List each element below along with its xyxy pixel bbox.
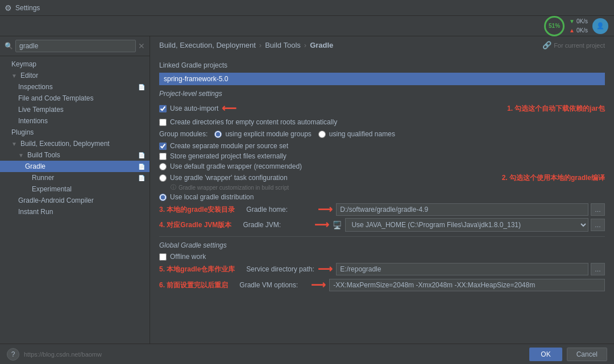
search-bar: 🔍 ✕ — [0, 36, 150, 56]
build-tools-label: Build Tools — [27, 151, 60, 159]
sidebar-item-inspections[interactable]: Inspections 📄 — [0, 81, 150, 93]
vm-options-label: Gradle VM options: — [239, 281, 308, 289]
group-modules-explicit-label: using explicit module groups — [214, 130, 311, 138]
store-generated-checkbox[interactable] — [159, 153, 167, 160]
net-up: 0K/s — [576, 27, 588, 35]
breadcrumb-sep2: › — [304, 41, 306, 49]
vm-options-arrow: ⟶ — [311, 280, 326, 290]
service-dir-outer: 5. 本地gradle仓库作业库 Service directory path:… — [159, 263, 605, 275]
help-button[interactable]: ? — [7, 348, 19, 361]
settings-content-scroll[interactable]: Linked Gradle projects spring-framework-… — [150, 55, 614, 344]
watermark: https://blog.csdn.net/baomw — [24, 351, 102, 358]
search-clear-icon[interactable]: ✕ — [138, 41, 145, 51]
breadcrumb-sep1: › — [259, 41, 262, 49]
jdk-icon: 🖥️ — [333, 221, 342, 229]
local-gradle-radio[interactable] — [159, 194, 167, 201]
sidebar-item-instant-run[interactable]: Instant Run — [0, 206, 150, 217]
search-icon: 🔍 — [5, 42, 13, 50]
sidebar-item-experimental[interactable]: Experimental — [0, 183, 150, 195]
gradle-jvm-label: Gradle JVM: — [243, 221, 311, 229]
gradle-jvm-row: Gradle JVM: ⟶ 🖥️ Use JAVA_HOME (C:\Progr… — [243, 218, 605, 232]
vm-options-input[interactable] — [329, 279, 605, 291]
gradle-home-arrow: ⟶ — [318, 204, 333, 215]
content-area: Build, Execution, Deployment › Build Too… — [150, 36, 614, 344]
linked-project-item[interactable]: spring-framework-5.0 — [159, 73, 605, 85]
service-dir-browse-btn[interactable]: … — [591, 263, 605, 275]
gradle-jvm-browse-btn[interactable]: … — [591, 219, 605, 231]
sidebar-item-build-tools[interactable]: ▼ Build Tools 📄 — [0, 149, 150, 161]
create-module-checkbox[interactable] — [159, 143, 167, 150]
sidebar-item-file-templates[interactable]: File and Code Templates — [0, 93, 150, 104]
wrapper-task-radio[interactable] — [159, 174, 167, 182]
breadcrumb: Build, Execution, Deployment › Build Too… — [150, 36, 614, 55]
editor-label: Editor — [20, 72, 38, 80]
ok-button[interactable]: OK — [529, 348, 562, 361]
sidebar-item-runner[interactable]: Runner 📄 — [0, 172, 150, 183]
instant-run-label: Instant Run — [18, 208, 53, 216]
system-stats: 51% ▼ 0K/s ▲ 0K/s 👤 — [544, 16, 608, 36]
bottom-left: ? https://blog.csdn.net/baomw — [7, 348, 102, 361]
bottom-actions: OK Cancel — [529, 348, 607, 361]
group-modules-qualified-radio[interactable] — [318, 131, 326, 138]
auto-import-row: Use auto-import ⟵ 1. 勾选这个自动下载依赖的jar包 — [159, 101, 605, 116]
gradle-home-input[interactable] — [336, 203, 588, 216]
group-modules-row: Group modules: using explicit module gro… — [159, 128, 605, 140]
vm-options-outer: 6. 前面设置完以后重启 Gradle VM options: ⟶ — [159, 279, 605, 291]
sidebar-item-editor[interactable]: ▼ Editor — [0, 70, 150, 81]
gradle-home-label: Gradle home: — [246, 206, 314, 214]
sidebar: 🔍 ✕ Keymap ▼ Editor Inspections 📄 File a… — [0, 36, 150, 344]
breadcrumb-current: Gradle — [310, 41, 333, 49]
live-templates-label: Live Templates — [18, 106, 64, 114]
experimental-label: Experimental — [32, 185, 72, 193]
sidebar-item-intentions[interactable]: Intentions — [0, 115, 150, 127]
gradle-home-browse-btn[interactable]: … — [591, 203, 605, 216]
offline-work-label: Offline work — [170, 253, 206, 261]
net-down: 0K/s — [576, 18, 588, 26]
gradle-jvm-select[interactable]: Use JAVA_HOME (C:\Program Files\Java\jdk… — [345, 218, 588, 232]
default-wrapper-radio[interactable] — [159, 163, 167, 170]
sidebar-item-keymap[interactable]: Keymap — [0, 58, 150, 70]
gradle-jvm-input-wrap: 🖥️ Use JAVA_HOME (C:\Program Files\Java\… — [333, 218, 605, 232]
plugins-label: Plugins — [11, 128, 34, 136]
annot5: 5. 本地gradle仓库作业库 — [159, 265, 235, 274]
user-avatar: 👤 — [592, 18, 608, 34]
sidebar-item-plugins[interactable]: Plugins — [0, 127, 150, 138]
auto-import-checkbox-row: Use auto-import ⟵ — [159, 103, 237, 114]
create-module-label: Create separate module per source set — [170, 142, 288, 150]
sidebar-item-gradle-android[interactable]: Gradle-Android Compiler — [0, 195, 150, 206]
gradle-icon: 📄 — [138, 164, 145, 170]
group-modules-explicit-radio[interactable] — [214, 131, 222, 138]
create-dirs-checkbox[interactable] — [159, 119, 167, 126]
editor-arrow: ▼ — [11, 73, 17, 79]
main-layout: 🔍 ✕ Keymap ▼ Editor Inspections 📄 File a… — [0, 36, 614, 344]
cancel-button[interactable]: Cancel — [567, 348, 607, 361]
service-dir-input[interactable] — [336, 263, 588, 275]
window-title: Settings — [15, 4, 40, 12]
sidebar-item-live-templates[interactable]: Live Templates — [0, 104, 150, 115]
annot3: 3. 本地的gradle安装目录 — [159, 205, 235, 215]
cpu-indicator: 51% — [544, 16, 565, 36]
intentions-label: Intentions — [18, 117, 48, 125]
auto-import-arrow: ⟵ — [222, 103, 237, 114]
sidebar-item-build-execution[interactable]: ▼ Build, Execution, Deployment — [0, 138, 150, 149]
sidebar-item-gradle[interactable]: Gradle 📄 — [0, 161, 150, 172]
gradle-jvm-arrow: ⟶ — [314, 220, 329, 230]
offline-work-checkbox[interactable] — [159, 253, 167, 261]
build-tools-arrow: ▼ — [18, 152, 24, 158]
gradle-home-row: Gradle home: ⟶ … — [246, 203, 605, 216]
local-gradle-row: Use local gradle distribution — [159, 193, 605, 201]
vm-options-input-wrap — [329, 279, 605, 291]
auto-import-label: Use auto-import — [170, 104, 218, 112]
gradle-home-outer: 3. 本地的gradle安装目录 Gradle home: ⟶ … — [159, 203, 605, 216]
annot2: 2. 勾选这个使用本地的gradle编译 — [502, 173, 605, 183]
wrapper-task-outer: Use gradle 'wrapper' task configuration … — [159, 172, 605, 183]
wrapper-task-row: Use gradle 'wrapper' task configuration — [159, 174, 288, 182]
auto-import-checkbox[interactable] — [159, 105, 167, 112]
inspections-icon: 📄 — [138, 84, 145, 90]
create-dirs-row: Create directories for empty content roo… — [159, 118, 605, 126]
annot4: 4. 对应Gradle JVM版本 — [159, 220, 231, 230]
breadcrumb-part1: Build, Execution, Deployment — [159, 41, 256, 49]
gradle-jvm-outer: 4. 对应Gradle JVM版本 Gradle JVM: ⟶ 🖥️ Use J… — [159, 218, 605, 232]
create-module-row: Create separate module per source set — [159, 142, 605, 150]
search-input[interactable] — [15, 40, 136, 52]
